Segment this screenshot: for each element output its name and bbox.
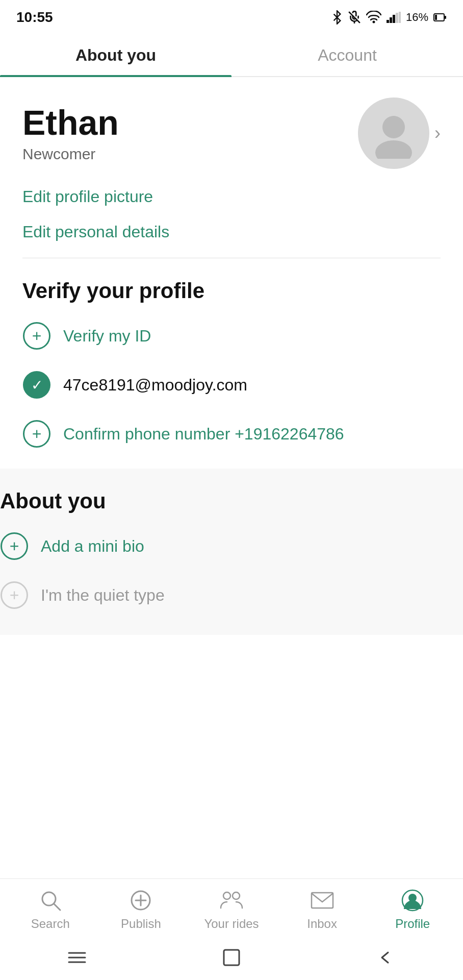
add-mini-bio-item[interactable]: + Add a mini bio bbox=[0, 532, 463, 560]
bottom-nav: Search Publish bbox=[0, 878, 463, 980]
quiet-type-item[interactable]: + I'm the quiet type bbox=[0, 581, 463, 615]
add-mini-bio-icon: + bbox=[0, 532, 29, 560]
tab-account[interactable]: Account bbox=[232, 32, 463, 76]
nav-search[interactable]: Search bbox=[20, 888, 81, 931]
plus-circle-quiet-icon: + bbox=[1, 581, 28, 609]
profile-info: Ethan Newcomer bbox=[22, 104, 119, 163]
publish-icon bbox=[128, 888, 153, 913]
plus-circle-icon: + bbox=[23, 322, 50, 350]
edit-profile-picture-link[interactable]: Edit profile picture bbox=[22, 187, 441, 206]
nav-rides-label: Your rides bbox=[204, 917, 259, 931]
nav-inbox[interactable]: Inbox bbox=[292, 888, 353, 931]
add-mini-bio-label: Add a mini bio bbox=[41, 537, 144, 556]
svg-point-12 bbox=[375, 140, 412, 159]
edit-personal-details-link[interactable]: Edit personal details bbox=[22, 223, 441, 241]
profile-header: Ethan Newcomer › bbox=[22, 97, 441, 169]
section-divider bbox=[22, 258, 441, 258]
svg-line-14 bbox=[54, 904, 60, 910]
nav-search-label: Search bbox=[31, 917, 70, 931]
verify-id-icon: + bbox=[22, 322, 51, 350]
profile-chevron-icon: › bbox=[434, 122, 441, 144]
nav-publish[interactable]: Publish bbox=[110, 888, 171, 931]
quiet-type-icon: + bbox=[0, 581, 29, 609]
verify-section-title: Verify your profile bbox=[22, 279, 441, 303]
svg-rect-9 bbox=[435, 15, 437, 20]
about-you-section-title: About you bbox=[0, 489, 463, 513]
profile-name: Ethan bbox=[22, 104, 119, 142]
profile-nav-icon bbox=[400, 888, 425, 913]
check-circle-icon: ✓ bbox=[23, 371, 50, 399]
verify-phone-label: Confirm phone number +19162264786 bbox=[63, 425, 344, 444]
search-icon bbox=[38, 888, 63, 913]
svg-rect-7 bbox=[399, 12, 401, 23]
nav-profile[interactable]: Profile bbox=[382, 888, 443, 931]
svg-rect-10 bbox=[445, 16, 446, 19]
nav-profile-label: Profile bbox=[395, 917, 430, 931]
svg-point-2 bbox=[372, 21, 375, 23]
verify-id-item[interactable]: + Verify my ID bbox=[22, 322, 441, 350]
svg-point-19 bbox=[233, 892, 240, 899]
verify-phone-item[interactable]: + Confirm phone number +19162264786 bbox=[22, 420, 441, 448]
tab-header: About you Account bbox=[0, 32, 463, 77]
profile-badge: Newcomer bbox=[22, 145, 119, 163]
quiet-type-label: I'm the quiet type bbox=[41, 586, 165, 605]
nav-items: Search Publish bbox=[0, 879, 463, 937]
profile-avatar-container[interactable]: › bbox=[358, 97, 441, 169]
svg-rect-6 bbox=[396, 13, 398, 23]
nav-publish-label: Publish bbox=[121, 917, 161, 931]
svg-point-11 bbox=[382, 116, 405, 138]
bottom-spacer bbox=[0, 635, 463, 747]
android-back-icon[interactable] bbox=[374, 945, 398, 970]
android-home-icon[interactable] bbox=[219, 945, 244, 970]
signal-icon bbox=[387, 12, 401, 23]
avatar bbox=[358, 97, 429, 169]
battery-percent: 16% bbox=[406, 11, 428, 24]
status-icons: 16% bbox=[331, 10, 447, 24]
android-menu-icon[interactable] bbox=[65, 945, 89, 970]
svg-rect-4 bbox=[390, 17, 392, 23]
plus-circle-phone-icon: + bbox=[23, 420, 50, 448]
battery-icon bbox=[433, 13, 447, 22]
svg-point-18 bbox=[223, 892, 230, 899]
nav-inbox-label: Inbox bbox=[307, 917, 337, 931]
verify-email-icon: ✓ bbox=[22, 371, 51, 399]
wifi-icon bbox=[366, 11, 381, 24]
svg-rect-5 bbox=[393, 15, 395, 23]
inbox-icon bbox=[310, 888, 335, 913]
bluetooth-icon bbox=[331, 10, 343, 24]
svg-rect-3 bbox=[387, 20, 389, 23]
android-nav bbox=[0, 937, 463, 980]
tab-about-you[interactable]: About you bbox=[0, 32, 232, 76]
about-you-section: About you + Add a mini bio + I'm the qui… bbox=[0, 469, 463, 635]
mute-icon bbox=[348, 11, 361, 24]
status-bar: 10:55 16% bbox=[0, 0, 463, 32]
plus-circle-bio-icon: + bbox=[1, 532, 28, 560]
verify-email-item: ✓ 47ce8191@moodjoy.com bbox=[22, 371, 441, 399]
main-content: Ethan Newcomer › Edit profile picture Ed… bbox=[0, 77, 463, 448]
svg-rect-25 bbox=[224, 950, 239, 965]
status-time: 10:55 bbox=[16, 9, 53, 26]
verify-email-label: 47ce8191@moodjoy.com bbox=[63, 376, 247, 395]
verify-id-label: Verify my ID bbox=[63, 327, 151, 346]
rides-icon bbox=[219, 888, 244, 913]
verify-phone-icon: + bbox=[22, 420, 51, 448]
nav-your-rides[interactable]: Your rides bbox=[201, 888, 262, 931]
